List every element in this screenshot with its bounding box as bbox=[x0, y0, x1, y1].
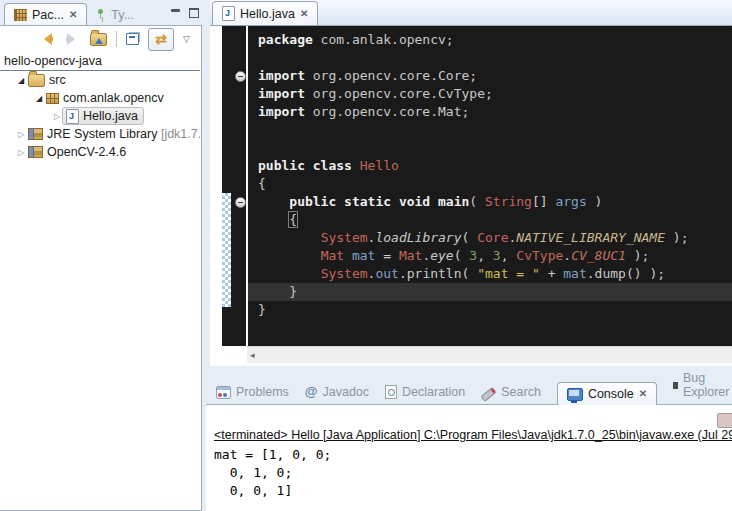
range-indicator bbox=[222, 193, 231, 307]
code-area[interactable]: package com.anlak.opencv; import org.ope… bbox=[248, 26, 732, 346]
tab-bug-explorer-label: Bug Explorer bbox=[683, 371, 732, 399]
code-token: ) bbox=[587, 194, 603, 209]
back-arrow-button[interactable] bbox=[38, 33, 55, 45]
code-token bbox=[258, 248, 321, 263]
go-up-button[interactable] bbox=[90, 33, 107, 46]
code-token bbox=[352, 158, 360, 173]
project-tree[interactable]: hello-opencv-java ◢ src ◢ com.anlak.open… bbox=[0, 52, 200, 486]
code-line: Mat mat = Mat.eye( 3, 3, CvType.CV_8UC1 … bbox=[248, 247, 732, 265]
collapsed-arrow-icon[interactable]: ▷ bbox=[52, 112, 62, 121]
console-monitor-icon bbox=[567, 388, 583, 401]
tree-selection[interactable]: Hello.java bbox=[62, 107, 144, 125]
code-token: org.opencv.core.Mat; bbox=[305, 104, 469, 119]
package-explorer-panel: Pac... ✕ Ty... ⇄ ▽ hello-opencv-java bbox=[0, 0, 204, 511]
code-line bbox=[248, 139, 732, 157]
code-token: import bbox=[258, 104, 305, 119]
eclipse-window: Pac... ✕ Ty... ⇄ ▽ hello-opencv-java bbox=[0, 0, 732, 511]
code-token: . bbox=[563, 248, 571, 263]
code-line: package com.anlak.opencv; bbox=[248, 31, 732, 49]
expanded-arrow-icon[interactable]: ◢ bbox=[34, 94, 44, 103]
close-icon[interactable]: ✕ bbox=[69, 10, 77, 20]
code-token: .dump() ); bbox=[587, 266, 665, 281]
code-token: out bbox=[375, 266, 398, 281]
link-arrows-icon: ⇄ bbox=[155, 32, 167, 46]
console-output[interactable]: mat = [1, 0, 0; 0, 1, 0; 0, 0, 1] bbox=[214, 446, 732, 500]
scroll-left-icon[interactable]: ◂ bbox=[247, 350, 255, 360]
code-line: } bbox=[248, 301, 732, 319]
code-token: public static void main bbox=[289, 194, 469, 209]
tree-item-package-label: com.anlak.opencv bbox=[63, 91, 164, 105]
code-token: public class bbox=[258, 158, 352, 173]
problems-icon bbox=[216, 386, 231, 399]
package-explorer-toolbar: ⇄ ▽ bbox=[0, 27, 200, 51]
view-menu-button[interactable]: ▽ bbox=[183, 34, 190, 44]
tab-console[interactable]: Console ✕ bbox=[557, 382, 657, 405]
code-token: , bbox=[477, 248, 493, 263]
tree-item-jre[interactable]: ▷ JRE System Library [jdk1.7.0_25] bbox=[0, 125, 200, 143]
tree-item-opencv-label: OpenCV-2.4.6 bbox=[47, 145, 126, 159]
tab-declaration[interactable]: Declaration bbox=[385, 385, 465, 404]
package-icon bbox=[46, 93, 59, 104]
tab-package-explorer[interactable]: Pac... ✕ bbox=[4, 3, 87, 26]
tab-javadoc[interactable]: @ Javadoc bbox=[305, 384, 369, 404]
code-token: NATIVE_LIBRARY_NAME bbox=[516, 230, 665, 245]
code-token bbox=[258, 266, 321, 281]
code-token: import bbox=[258, 68, 305, 83]
code-token: 3 bbox=[493, 248, 501, 263]
tab-package-explorer-label: Pac... bbox=[32, 8, 64, 22]
fold-collapse-icon[interactable] bbox=[235, 197, 246, 208]
tree-item-src[interactable]: ◢ src bbox=[0, 71, 200, 89]
code-line: { bbox=[248, 211, 732, 229]
code-token: org.opencv.core.CvType; bbox=[305, 86, 493, 101]
code-token: CV_8UC1 bbox=[571, 248, 626, 263]
code-line: System.loadLibrary( Core.NATIVE_LIBRARY_… bbox=[248, 229, 732, 247]
console-toolbar-button[interactable] bbox=[717, 413, 732, 428]
tab-search[interactable]: Search bbox=[481, 385, 541, 404]
code-token: Mat bbox=[399, 248, 422, 263]
code-token: CvType bbox=[516, 248, 563, 263]
code-token: [] bbox=[532, 194, 555, 209]
collapsed-arrow-icon[interactable]: ▷ bbox=[16, 148, 26, 157]
library-icon bbox=[28, 128, 43, 140]
tab-type-hierarchy[interactable]: Ty... bbox=[87, 4, 143, 26]
close-icon[interactable]: ✕ bbox=[300, 9, 308, 19]
code-token: ( bbox=[469, 194, 485, 209]
left-panel-tabs: Pac... ✕ Ty... bbox=[0, 0, 208, 26]
tree-item-hello-java[interactable]: ▷ Hello.java bbox=[0, 107, 200, 125]
code-line bbox=[248, 121, 732, 139]
tree-item-opencv[interactable]: ▷ OpenCV-2.4.6 bbox=[0, 143, 200, 161]
tab-hello-java[interactable]: Hello.java ✕ bbox=[212, 1, 318, 25]
collapsed-arrow-icon[interactable]: ▷ bbox=[16, 130, 26, 139]
console-view[interactable]: <terminated> Hello [Java Application] C:… bbox=[206, 404, 732, 511]
tab-problems[interactable]: Problems bbox=[216, 385, 289, 404]
code-token: Core bbox=[477, 230, 508, 245]
forward-arrow-button[interactable] bbox=[64, 33, 81, 45]
console-output-line: 0, 0, 1] bbox=[214, 482, 732, 500]
tree-project-root[interactable]: hello-opencv-java bbox=[0, 52, 200, 71]
close-icon[interactable]: ✕ bbox=[639, 389, 647, 399]
fold-collapse-icon[interactable] bbox=[235, 71, 246, 82]
code-line: import org.opencv.core.Core; bbox=[248, 67, 732, 85]
maximize-button[interactable] bbox=[188, 8, 200, 18]
code-line: public static void main( String[] args ) bbox=[248, 193, 732, 211]
tab-console-label: Console bbox=[588, 387, 634, 401]
tree-item-package[interactable]: ◢ com.anlak.opencv bbox=[0, 89, 200, 107]
code-token bbox=[344, 248, 352, 263]
horizontal-scrollbar[interactable]: ◂ bbox=[247, 346, 732, 363]
tab-bug-explorer[interactable]: Bug Explorer bbox=[673, 371, 732, 404]
tab-type-hierarchy-label: Ty... bbox=[111, 8, 134, 22]
java-file-icon bbox=[222, 6, 235, 21]
code-token: System bbox=[321, 230, 368, 245]
tab-search-label: Search bbox=[501, 385, 541, 399]
java-file-icon bbox=[66, 109, 79, 124]
tab-declaration-label: Declaration bbox=[402, 385, 465, 399]
code-token: } bbox=[258, 284, 297, 299]
minimize-button[interactable] bbox=[170, 8, 182, 18]
expanded-arrow-icon[interactable]: ◢ bbox=[16, 76, 26, 85]
link-with-editor-button[interactable]: ⇄ bbox=[148, 28, 174, 51]
collapse-all-button[interactable] bbox=[126, 33, 139, 45]
jre-version-decorator: [jdk1.7.0_25] bbox=[161, 127, 200, 141]
code-token: ); bbox=[665, 230, 688, 245]
code-token bbox=[258, 194, 289, 209]
tree-item-src-label: src bbox=[49, 73, 66, 87]
